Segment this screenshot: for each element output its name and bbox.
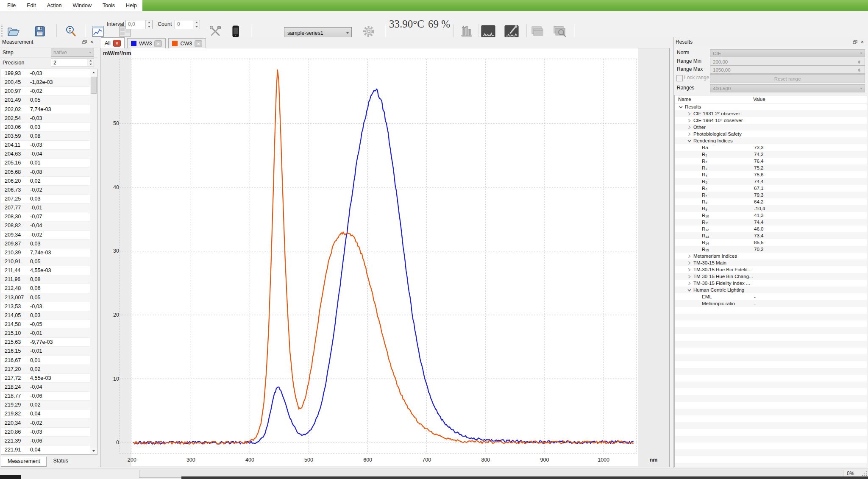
table-row[interactable]: 219,820,04 bbox=[1, 409, 90, 418]
resize-grip[interactable] bbox=[862, 471, 867, 476]
expand-icon[interactable] bbox=[687, 254, 692, 258]
table-row[interactable]: 219,290,02 bbox=[1, 401, 90, 409]
tree-row-results[interactable]: Results bbox=[675, 103, 867, 110]
expand-icon[interactable] bbox=[687, 261, 692, 265]
table-row[interactable]: 217,200,02 bbox=[1, 365, 90, 374]
menu-item-help[interactable]: Help bbox=[120, 0, 142, 11]
table-row[interactable]: 218,24-0,04 bbox=[1, 383, 90, 392]
tree-row-tm-30-15-hue-bin-chang[interactable]: TM-30-15 Hue Bin Chang... bbox=[675, 273, 867, 280]
table-row[interactable]: 218,77-0,06 bbox=[1, 392, 90, 401]
tree-row-cie-1931-2-observer[interactable]: CIE 1931 2° observer bbox=[675, 110, 867, 117]
tree-row-r[interactable]: R₄75,6 bbox=[675, 171, 867, 178]
tree-row-r[interactable]: R₁₁74,4 bbox=[675, 219, 867, 226]
tree-row-r[interactable]: R₁₄85,5 bbox=[675, 239, 867, 246]
table-row[interactable]: 216,670,01 bbox=[1, 356, 90, 365]
table-row[interactable]: 208,30-0,07 bbox=[1, 212, 90, 221]
table-row[interactable]: 206,200,02 bbox=[1, 177, 90, 186]
tree-row-tm-30-15-fidelity-index[interactable]: TM-30-15 Fidelity Index ... bbox=[675, 280, 867, 287]
table-row[interactable]: 209,34-0,02 bbox=[1, 231, 90, 240]
table-row[interactable]: 207,77-0,01 bbox=[1, 203, 90, 212]
tree-row-photobiological-safety[interactable]: Photobiological Safety bbox=[675, 131, 867, 137]
table-row[interactable]: 216,15-0,01 bbox=[1, 347, 90, 356]
table-row[interactable]: 215,10-0,01 bbox=[1, 329, 90, 338]
tree-row-tm-30-15-main[interactable]: TM-30-15 Main bbox=[675, 259, 867, 266]
collapse-icon[interactable] bbox=[687, 139, 692, 143]
chart-tab-cw3[interactable]: CW3× bbox=[168, 38, 206, 48]
tree-row-melanopic-ratio[interactable]: Melanopic ratio- bbox=[675, 300, 867, 307]
tree-row-r[interactable]: R₁₅70,2 bbox=[675, 246, 867, 253]
expand-icon[interactable] bbox=[687, 112, 692, 116]
table-row[interactable]: 204,63-0,04 bbox=[1, 150, 90, 159]
table-row[interactable]: 204,11-0,03 bbox=[1, 141, 90, 150]
tree-row-r[interactable]: R₅74,4 bbox=[675, 178, 867, 185]
scroll-up-icon[interactable] bbox=[90, 69, 97, 76]
table-row[interactable]: 207,250,03 bbox=[1, 195, 90, 203]
close-tab-icon[interactable]: × bbox=[154, 40, 162, 47]
tab-status[interactable]: Status bbox=[47, 457, 74, 467]
table-row[interactable]: 199,93-0,03 bbox=[1, 69, 90, 78]
table-row[interactable]: 209,870,03 bbox=[1, 240, 90, 248]
tree-row-tm-30-15-hue-bin-fidelit[interactable]: TM-30-15 Hue Bin Fidelit... bbox=[675, 266, 867, 273]
table-row[interactable]: 215,63-9,77e-03 bbox=[1, 338, 90, 347]
interval-spin-buttons[interactable] bbox=[145, 20, 152, 29]
table-row[interactable]: 206,73-0,02 bbox=[1, 186, 90, 195]
tree-row-r[interactable]: R₁74,2 bbox=[675, 151, 867, 158]
table-row[interactable]: 202,027,74e-03 bbox=[1, 105, 90, 114]
tree-row-cie-1964-10-observer[interactable]: CIE 1964 10° observer bbox=[675, 117, 867, 124]
float-panel-icon[interactable] bbox=[81, 39, 88, 45]
chart-tab-all[interactable]: All× bbox=[101, 37, 125, 48]
expand-icon[interactable] bbox=[687, 119, 692, 123]
collapse-icon[interactable] bbox=[678, 105, 683, 109]
table-row[interactable]: 220,34-0,02 bbox=[1, 418, 90, 427]
close-panel-icon[interactable]: × bbox=[859, 39, 866, 45]
close-tab-icon[interactable]: × bbox=[113, 40, 121, 47]
ranges-select[interactable]: 400-500 bbox=[710, 84, 865, 92]
table-scrollbar[interactable] bbox=[90, 69, 97, 454]
precision-input[interactable]: 2 bbox=[51, 58, 94, 67]
tree-row-r[interactable]: R₁₀41,3 bbox=[675, 212, 867, 219]
table-row[interactable]: 205,160,01 bbox=[1, 159, 90, 167]
table-row[interactable]: 202,54-0,03 bbox=[1, 114, 90, 123]
tree-row-other[interactable]: Other bbox=[675, 124, 867, 131]
table-row[interactable]: 213,0070,05 bbox=[1, 293, 90, 302]
interval-input[interactable]: 0,0 bbox=[125, 20, 153, 29]
table-row[interactable]: 200,45-1,82e-03 bbox=[1, 78, 90, 87]
table-row[interactable]: 217,724,55e-03 bbox=[1, 374, 90, 383]
table-row[interactable]: 210,397,74e-03 bbox=[1, 248, 90, 257]
tree-row-r[interactable]: R₈64,2 bbox=[675, 198, 867, 205]
tree-row-r[interactable]: R₇79,3 bbox=[675, 192, 867, 198]
tree-row-r[interactable]: R₆67,1 bbox=[675, 185, 867, 192]
scrollbar-thumb[interactable] bbox=[91, 77, 97, 94]
tree-row-r[interactable]: R₉-10,4 bbox=[675, 205, 867, 212]
table-row[interactable]: 203,590,08 bbox=[1, 132, 90, 141]
tree-row-eml[interactable]: EML- bbox=[675, 293, 867, 300]
tab-measurement[interactable]: Measurement bbox=[1, 457, 47, 467]
menu-item-window[interactable]: Window bbox=[67, 0, 97, 11]
menu-item-action[interactable]: Action bbox=[42, 0, 67, 11]
table-row[interactable]: 203,060,03 bbox=[1, 123, 90, 132]
expand-icon[interactable] bbox=[687, 132, 692, 136]
norm-select[interactable]: CIE bbox=[710, 49, 865, 57]
tree-row-r[interactable]: R₂76,4 bbox=[675, 158, 867, 164]
tree-row-ra[interactable]: Ra73,3 bbox=[675, 144, 867, 151]
tree-row-metamerism-indices[interactable]: Metamerism Indices bbox=[675, 253, 867, 259]
spin-buttons[interactable] bbox=[858, 59, 865, 64]
table-row[interactable]: 213,53-0,03 bbox=[1, 302, 90, 311]
menu-item-edit[interactable]: Edit bbox=[21, 0, 42, 11]
tree-row-rendering-indices[interactable]: Rendering Indices bbox=[675, 137, 867, 144]
menu-item-tools[interactable]: Tools bbox=[97, 0, 120, 11]
expand-icon[interactable] bbox=[687, 268, 692, 272]
count-spin-buttons[interactable] bbox=[193, 20, 200, 29]
tree-row-r[interactable]: R₃75,2 bbox=[675, 164, 867, 171]
float-panel-icon[interactable] bbox=[851, 39, 859, 45]
expand-icon[interactable] bbox=[687, 125, 692, 129]
table-row[interactable]: 205,68-0,08 bbox=[1, 168, 90, 177]
range-min-input[interactable]: 200,00 bbox=[710, 58, 865, 66]
table-row[interactable]: 201,490,05 bbox=[1, 96, 90, 105]
table-row[interactable]: 211,960,08 bbox=[1, 275, 90, 284]
reset-range-button[interactable]: Reset range bbox=[710, 74, 865, 83]
close-panel-icon[interactable]: × bbox=[88, 39, 95, 45]
collapse-icon[interactable] bbox=[687, 288, 692, 292]
tree-row-r[interactable]: R₁₃73,4 bbox=[675, 232, 867, 239]
lock-range-checkbox[interactable] bbox=[676, 75, 683, 81]
